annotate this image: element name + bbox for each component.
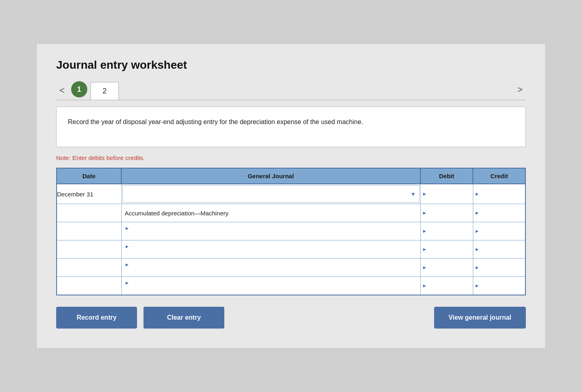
credit-cell-3[interactable]: ►: [473, 240, 525, 259]
header-general-journal: General Journal: [121, 168, 420, 184]
journal-arrow-icon-2: ►: [125, 226, 130, 231]
instruction-box: Record the year of disposal year-end adj…: [56, 107, 526, 147]
date-cell-5: [57, 277, 121, 295]
view-general-journal-button[interactable]: View general journal: [434, 307, 526, 329]
record-entry-button[interactable]: Record entry: [56, 307, 137, 329]
debit-cell-0[interactable]: ►: [420, 184, 473, 204]
journal-cell-1[interactable]: Accumulated depreciation—Machinery: [121, 204, 420, 222]
debit-cell-2[interactable]: ►: [420, 222, 473, 240]
debit-arrow-icon-5: ►: [422, 283, 427, 289]
note-text: Note: Enter debits before credits.: [56, 154, 526, 161]
nav-left-arrow[interactable]: <: [56, 84, 68, 97]
table-row: Accumulated depreciation—Machinery ► ►: [57, 204, 525, 222]
debit-arrow-icon-2: ►: [422, 228, 427, 234]
table-row: ► ► ►: [57, 277, 525, 295]
debit-arrow-icon-3: ►: [422, 247, 427, 252]
journal-text-1: Accumulated depreciation—Machinery: [125, 210, 229, 217]
credit-arrow-icon-0: ►: [475, 191, 480, 197]
debit-cell-5[interactable]: ►: [420, 277, 473, 295]
header-date: Date: [57, 168, 121, 184]
table-row: ► ► ►: [57, 240, 525, 259]
button-row: Record entry Clear entry View general jo…: [56, 307, 526, 329]
journal-table: Date General Journal Debit Credit Decemb…: [56, 168, 526, 295]
nav-right-arrow[interactable]: >: [514, 83, 526, 97]
table-row: December 31 ▼ ► ►: [57, 184, 525, 204]
date-cell-0: December 31: [57, 184, 121, 204]
tab-1[interactable]: 1: [71, 81, 87, 97]
debit-cell-3[interactable]: ►: [420, 240, 473, 259]
journal-cell-3[interactable]: ►: [121, 240, 420, 259]
debit-cell-1[interactable]: ►: [420, 204, 473, 222]
credit-cell-2[interactable]: ►: [473, 222, 525, 240]
journal-arrow-icon-5: ►: [125, 280, 130, 286]
date-cell-4: [57, 259, 121, 277]
table-row: ► ► ►: [57, 222, 525, 240]
main-container: Journal entry worksheet < 1 2 > Record t…: [36, 44, 546, 348]
date-cell-1: [57, 204, 121, 222]
credit-arrow-icon-3: ►: [475, 247, 480, 252]
credit-arrow-icon-5: ►: [475, 283, 480, 289]
journal-arrow-icon-4: ►: [125, 262, 130, 268]
credit-cell-5[interactable]: ►: [473, 277, 525, 295]
credit-arrow-icon-1: ►: [475, 210, 480, 216]
clear-entry-button[interactable]: Clear entry: [143, 307, 224, 329]
credit-arrow-icon-2: ►: [475, 228, 480, 234]
nav-row: < 1 2 >: [56, 81, 526, 100]
table-row: ► ► ►: [57, 259, 525, 277]
page-title: Journal entry worksheet: [56, 59, 526, 72]
header-debit: Debit: [420, 168, 473, 184]
date-cell-3: [57, 240, 121, 259]
debit-arrow-icon-0: ►: [422, 191, 427, 197]
credit-arrow-icon-4: ►: [475, 265, 480, 270]
credit-cell-1[interactable]: ►: [473, 204, 525, 222]
journal-cell-2[interactable]: ►: [121, 222, 420, 240]
journal-cell-5[interactable]: ►: [121, 277, 420, 295]
debit-cell-4[interactable]: ►: [420, 259, 473, 277]
journal-cell-0[interactable]: ▼: [121, 184, 420, 204]
journal-cell-4[interactable]: ►: [121, 259, 420, 277]
date-cell-2: [57, 222, 121, 240]
journal-arrow-icon-3: ►: [125, 244, 130, 249]
debit-arrow-icon-4: ►: [422, 265, 427, 270]
tab-2[interactable]: 2: [91, 82, 119, 100]
dropdown-arrow-icon[interactable]: ▼: [411, 191, 416, 197]
debit-arrow-icon-1: ►: [422, 210, 427, 216]
header-credit: Credit: [473, 168, 525, 184]
credit-cell-4[interactable]: ►: [473, 259, 525, 277]
instruction-text: Record the year of disposal year-end adj…: [68, 118, 363, 125]
credit-cell-0[interactable]: ►: [473, 184, 525, 204]
